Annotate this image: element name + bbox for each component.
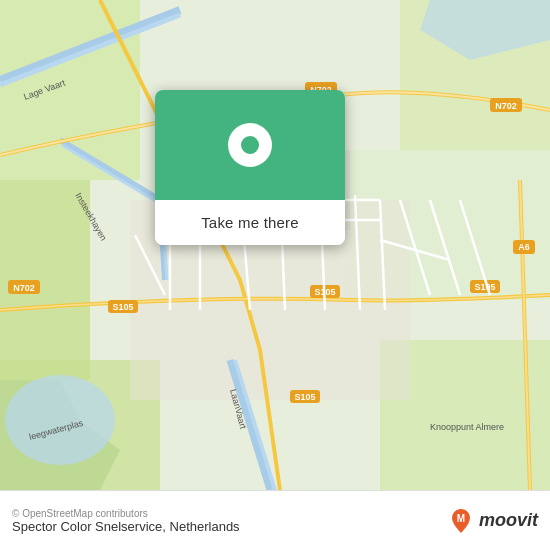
moovit-logo: M moovit	[447, 507, 538, 535]
bottom-info: © OpenStreetMap contributors Spector Col…	[12, 508, 240, 534]
svg-text:S105: S105	[294, 392, 315, 402]
svg-text:M: M	[457, 513, 465, 524]
popup-map-area	[155, 90, 345, 200]
location-pin-icon	[228, 123, 272, 167]
copyright-text: © OpenStreetMap contributors	[12, 508, 240, 519]
svg-text:S105: S105	[112, 302, 133, 312]
popup-card: Take me there	[155, 90, 345, 245]
svg-text:Knooppunt Almere: Knooppunt Almere	[430, 422, 504, 432]
bottom-bar: © OpenStreetMap contributors Spector Col…	[0, 490, 550, 550]
moovit-icon: M	[447, 507, 475, 535]
moovit-text: moovit	[479, 510, 538, 531]
map-container: N702 N702 S105 S105 S105 S105 A6	[0, 0, 550, 490]
svg-text:S105: S105	[474, 282, 495, 292]
svg-text:N702: N702	[13, 283, 35, 293]
location-label: Spector Color Snelservice, Netherlands	[12, 519, 240, 534]
svg-text:N702: N702	[495, 101, 517, 111]
svg-rect-1	[0, 0, 140, 180]
take-me-there-button[interactable]: Take me there	[155, 200, 345, 245]
svg-text:A6: A6	[518, 242, 530, 252]
svg-point-10	[5, 375, 115, 465]
